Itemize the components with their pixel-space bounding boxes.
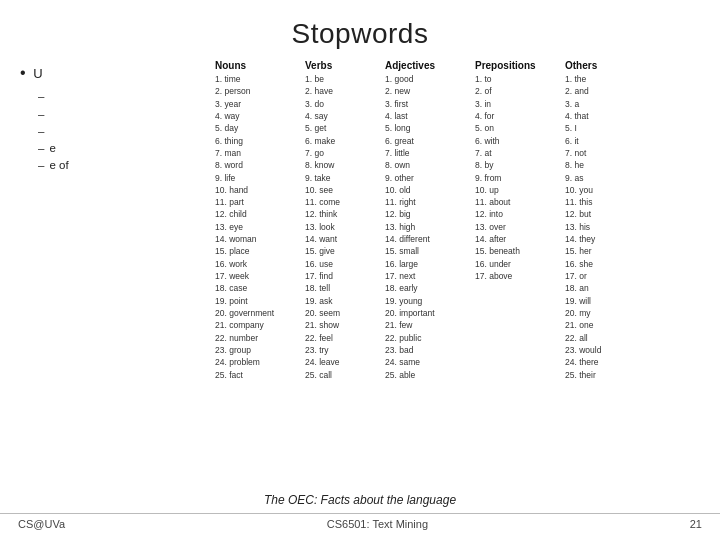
list-item: 7. not (565, 147, 635, 159)
main-bullet: • U (20, 62, 210, 84)
footer-center-text: CS6501: Text Mining (327, 518, 428, 530)
list-item: 1. the (565, 73, 635, 85)
list-item: 9. other (385, 172, 475, 184)
list-item: 16. use (305, 258, 385, 270)
list-item: 2. of (475, 85, 565, 97)
list-item: 6. great (385, 135, 475, 147)
list-item: 18. tell (305, 282, 385, 294)
footer-left-text: CS@UVa (18, 518, 65, 530)
list-item: 3. year (215, 98, 305, 110)
list-item: 13. high (385, 221, 475, 233)
header-others: Others (565, 60, 635, 71)
list-item: 10. old (385, 184, 475, 196)
prepositions-column: 1. to2. of3. in4. for5. on6. with7. at8.… (475, 73, 565, 381)
bullet-symbol: • (20, 64, 26, 81)
sub-bullet-1 (38, 88, 210, 105)
list-item: 12. think (305, 208, 385, 220)
list-item: 20. seem (305, 307, 385, 319)
adjectives-column: 1. good2. new3. first4. last5. long6. gr… (385, 73, 475, 381)
list-item: 7. little (385, 147, 475, 159)
list-item: 7. man (215, 147, 305, 159)
list-item: 13. over (475, 221, 565, 233)
verbs-column: 1. be2. have3. do4. say5. get6. make7. g… (305, 73, 385, 381)
list-item: 14. they (565, 233, 635, 245)
list-item: 17. or (565, 270, 635, 282)
list-item: 8. know (305, 159, 385, 171)
list-item: 19. young (385, 295, 475, 307)
list-item: 9. from (475, 172, 565, 184)
list-item: 11. come (305, 196, 385, 208)
footer: The OEC: Facts about the language CS@UVa… (0, 493, 720, 530)
list-item: 20. my (565, 307, 635, 319)
list-item: 11. this (565, 196, 635, 208)
list-item: 19. point (215, 295, 305, 307)
list-item: 17. above (475, 270, 565, 282)
list-item: 7. go (305, 147, 385, 159)
list-item: 10. up (475, 184, 565, 196)
list-item: 25. fact (215, 369, 305, 381)
list-item: 16. she (565, 258, 635, 270)
slide: Stopwords • U e e of Nouns Verbs Adjecti… (0, 0, 720, 540)
list-item: 9. take (305, 172, 385, 184)
list-item: 8. word (215, 159, 305, 171)
list-item: 22. all (565, 332, 635, 344)
list-item: 15. place (215, 245, 305, 257)
sub-bullet-5: e of (38, 157, 210, 174)
list-item: 10. hand (215, 184, 305, 196)
list-item: 18. an (565, 282, 635, 294)
list-item: 23. group (215, 344, 305, 356)
sub-bullet-2 (38, 106, 210, 123)
list-item: 22. feel (305, 332, 385, 344)
list-item: 21. company (215, 319, 305, 331)
list-item: 25. their (565, 369, 635, 381)
list-item: 24. problem (215, 356, 305, 368)
list-item: 14. woman (215, 233, 305, 245)
list-item: 23. would (565, 344, 635, 356)
list-item: 1. time (215, 73, 305, 85)
header-verbs: Verbs (305, 60, 385, 71)
right-panel: Nouns Verbs Adjectives Prepositions Othe… (210, 58, 710, 381)
list-item: 1. be (305, 73, 385, 85)
list-item: 17. next (385, 270, 475, 282)
list-item: 4. for (475, 110, 565, 122)
sub-bullets: e e of (38, 88, 210, 174)
list-item: 13. look (305, 221, 385, 233)
list-item: 6. thing (215, 135, 305, 147)
list-item: 13. eye (215, 221, 305, 233)
list-item: 14. after (475, 233, 565, 245)
list-item: 17. week (215, 270, 305, 282)
list-item: 22. number (215, 332, 305, 344)
list-item: 15. her (565, 245, 635, 257)
list-item: 19. will (565, 295, 635, 307)
footer-oec-text: The OEC: Facts about the language (264, 493, 456, 507)
list-item: 8. he (565, 159, 635, 171)
list-item: 16. work (215, 258, 305, 270)
slide-title: Stopwords (0, 0, 720, 58)
list-item: 4. last (385, 110, 475, 122)
list-item: 5. I (565, 122, 635, 134)
list-item: 22. public (385, 332, 475, 344)
list-item: 2. person (215, 85, 305, 97)
list-item: 13. his (565, 221, 635, 233)
list-item: 11. part (215, 196, 305, 208)
list-item: 4. that (565, 110, 635, 122)
list-item: 14. want (305, 233, 385, 245)
list-item: 6. with (475, 135, 565, 147)
list-item: 23. bad (385, 344, 475, 356)
list-item: 6. it (565, 135, 635, 147)
list-item: 5. get (305, 122, 385, 134)
list-item: 4. way (215, 110, 305, 122)
footer-page-number: 21 (690, 518, 702, 530)
list-item: 5. long (385, 122, 475, 134)
list-item: 16. large (385, 258, 475, 270)
sub-bullet-3 (38, 123, 210, 140)
list-item: 5. day (215, 122, 305, 134)
list-item: 10. see (305, 184, 385, 196)
list-item: 12. child (215, 208, 305, 220)
list-item: 12. into (475, 208, 565, 220)
others-column: 1. the2. and3. a4. that5. I6. it7. not8.… (565, 73, 635, 381)
footer-bar: CS@UVa CS6501: Text Mining 21 (0, 513, 720, 530)
list-item: 20. important (385, 307, 475, 319)
list-item: 15. small (385, 245, 475, 257)
list-item: 24. there (565, 356, 635, 368)
